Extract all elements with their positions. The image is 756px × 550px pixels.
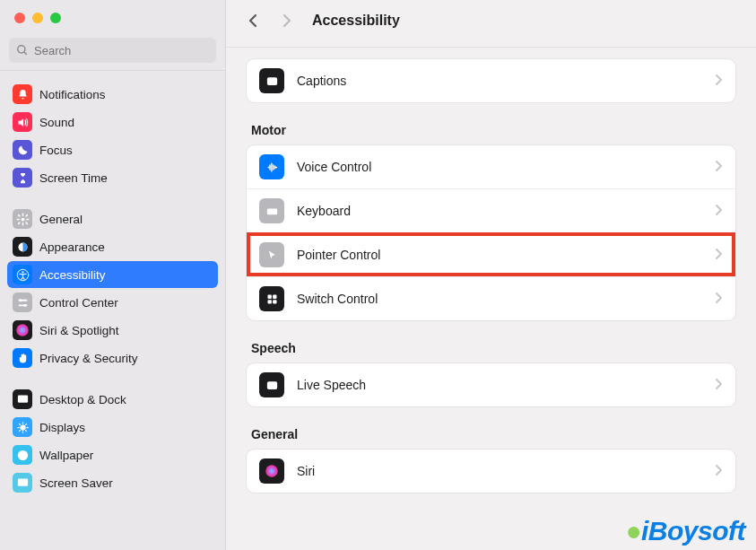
sidebar-item-notifications[interactable]: Notifications <box>7 81 218 108</box>
sidebar-item-label: General <box>39 213 83 226</box>
sidebar-item-sound[interactable]: Sound <box>7 109 218 135</box>
row-label: Keyboard <box>297 204 351 218</box>
section-title: General <box>251 427 736 441</box>
minimize-icon[interactable] <box>32 13 43 23</box>
sidebar-item-label: Privacy & Security <box>39 352 138 365</box>
siri-icon <box>13 320 32 340</box>
sidebar-item-control-center[interactable]: Control Center <box>7 289 218 316</box>
sidebar-item-accessibility[interactable]: Accessibility <box>7 261 218 288</box>
svg-rect-23 <box>273 210 274 211</box>
siri-icon <box>259 458 284 484</box>
displays-icon <box>13 417 32 437</box>
sidebar-item-displays[interactable]: Displays <box>7 414 218 441</box>
svg-rect-25 <box>267 294 271 298</box>
sidebar-item-label: Appearance <box>39 240 105 254</box>
svg-rect-24 <box>270 212 274 213</box>
sidebar: NotificationsSoundFocusScreen TimeGenera… <box>0 0 226 550</box>
chevron-right-icon <box>715 160 723 175</box>
chevron-left-icon <box>248 13 259 28</box>
search-icon <box>16 44 29 57</box>
svg-rect-27 <box>267 300 271 303</box>
captions-icon: CC <box>259 68 284 93</box>
svg-rect-12 <box>19 400 27 401</box>
settings-row-live-speech[interactable]: Live Speech <box>247 363 735 406</box>
sidebar-item-label: Notifications <box>39 88 106 101</box>
row-label: Pointer Control <box>297 248 380 262</box>
svg-text:CC: CC <box>269 80 275 84</box>
sidebar-item-label: Accessibility <box>39 268 106 282</box>
sidebar-item-label: Screen Saver <box>39 476 113 490</box>
svg-rect-17 <box>17 478 27 485</box>
settings-row-voice-control[interactable]: Voice Control <box>247 145 735 188</box>
section-title: Motor <box>251 123 736 137</box>
close-icon[interactable] <box>14 13 25 23</box>
sidebar-item-privacy-security[interactable]: Privacy & Security <box>7 345 218 371</box>
chevron-right-icon <box>715 204 723 219</box>
screensaver-icon <box>13 473 32 493</box>
sidebar-item-label: Desktop & Dock <box>39 393 126 406</box>
row-label: Switch Control <box>297 292 378 306</box>
svg-point-8 <box>19 299 22 301</box>
svg-rect-28 <box>273 300 276 303</box>
svg-line-1 <box>24 52 27 55</box>
search-field[interactable] <box>34 44 209 57</box>
wallpaper-icon <box>13 445 32 465</box>
search-input[interactable] <box>9 38 216 63</box>
zoom-icon[interactable] <box>50 13 61 23</box>
svg-rect-21 <box>268 210 269 211</box>
svg-point-15 <box>21 453 25 458</box>
row-label: Live Speech <box>297 378 366 392</box>
bell-icon <box>13 84 32 104</box>
livespeech-icon <box>259 372 284 397</box>
sidebar-item-label: Control Center <box>39 296 118 310</box>
sidebar-item-label: Focus <box>39 144 73 157</box>
gear-icon <box>13 209 32 229</box>
hourglass-icon <box>13 168 32 188</box>
chevron-right-icon <box>715 248 723 263</box>
chevron-right-icon <box>281 13 291 28</box>
row-label: Voice Control <box>297 160 371 174</box>
chevron-right-icon <box>715 378 723 393</box>
settings-row-siri[interactable]: Siri <box>247 450 735 493</box>
appearance-icon <box>13 237 32 257</box>
svg-point-9 <box>23 303 26 306</box>
sidebar-item-general[interactable]: General <box>7 205 218 232</box>
sidebar-item-label: Screen Time <box>39 171 108 185</box>
window-controls <box>0 0 225 32</box>
forward-button[interactable] <box>274 9 298 32</box>
accessibility-icon <box>13 265 32 284</box>
main-content: Accessibility CCCaptionsMotorVoice Contr… <box>226 0 756 550</box>
sidebar-item-label: Siri & Spotlight <box>39 324 119 337</box>
dock-icon <box>13 389 32 409</box>
sidebar-item-focus[interactable]: Focus <box>7 136 218 163</box>
sidebar-item-wallpaper[interactable]: Wallpaper <box>7 441 218 468</box>
hand-icon <box>13 348 32 368</box>
settings-row-switch-control[interactable]: Switch Control <box>247 276 735 320</box>
svg-rect-22 <box>271 210 272 211</box>
sidebar-item-screen-saver[interactable]: Screen Saver <box>7 469 218 496</box>
pointer-icon <box>259 242 284 267</box>
row-label: Siri <box>297 464 315 478</box>
back-button[interactable] <box>242 9 265 32</box>
sidebar-item-screen-time[interactable]: Screen Time <box>7 164 218 191</box>
svg-point-5 <box>22 271 23 273</box>
settings-row-keyboard[interactable]: Keyboard <box>247 188 735 232</box>
settings-row-captions[interactable]: CCCaptions <box>247 59 735 102</box>
switchcontrol-icon <box>259 286 284 311</box>
svg-point-13 <box>20 424 25 430</box>
sidebar-item-label: Sound <box>39 116 74 129</box>
moon-icon <box>13 140 32 160</box>
svg-point-10 <box>16 324 29 336</box>
svg-point-0 <box>18 46 25 53</box>
chevron-right-icon <box>715 464 723 479</box>
sidebar-item-label: Wallpaper <box>39 449 93 462</box>
row-label: Captions <box>297 74 346 88</box>
sidebar-item-desktop-dock[interactable]: Desktop & Dock <box>7 386 218 413</box>
sidebar-item-siri-spotlight[interactable]: Siri & Spotlight <box>7 317 218 344</box>
speaker-icon <box>13 112 32 132</box>
page-title: Accessibility <box>312 13 400 29</box>
settings-row-pointer-control[interactable]: Pointer Control <box>247 232 735 276</box>
sidebar-item-appearance[interactable]: Appearance <box>7 233 218 260</box>
sidebar-item-label: Displays <box>39 421 85 434</box>
topbar: Accessibility <box>226 0 756 48</box>
